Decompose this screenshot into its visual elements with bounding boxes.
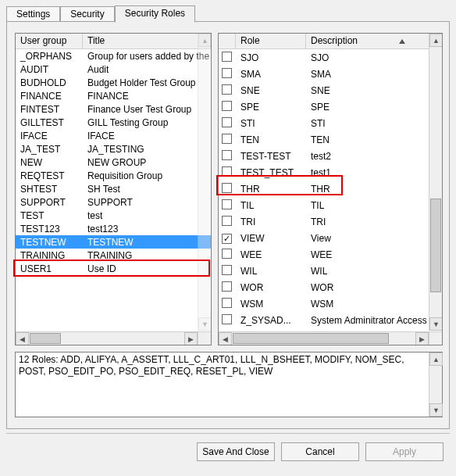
apply-button[interactable]: Apply [365,442,444,461]
cell-checkbox [219,314,236,327]
chevron-left-icon[interactable]: ◀ [16,332,29,345]
table-row[interactable]: WORWOR [219,279,442,295]
table-row[interactable]: IFACEIFACE [16,129,211,142]
table-row[interactable]: _ORPHANSGroup for users added by the sys… [16,49,211,63]
table-row[interactable]: VIEWView [219,230,442,246]
chevron-right-icon[interactable]: ▶ [184,332,198,345]
column-check[interactable] [219,34,236,48]
table-row[interactable]: WILWIL [219,263,442,279]
table-row[interactable]: TILTIL [219,197,442,213]
table-row[interactable]: TEST_TESTtest1 [219,164,442,181]
column-description[interactable]: Description [306,34,442,48]
table-row[interactable]: WSMWSM [219,295,442,312]
table-row[interactable]: WEEWEE [219,246,442,263]
role-checkbox[interactable] [222,298,232,308]
cell-user-group: _ORPHANS [16,51,83,62]
scroll-thumb-h[interactable] [233,333,389,344]
vscroll-right[interactable]: ▲ ▼ [429,34,442,331]
cell-title: FINANCE [83,91,211,102]
role-checkbox[interactable] [222,150,232,160]
roles-list[interactable]: SJOSJOSMASMASNESNESPESPESTISTITENTENTEST… [219,49,442,345]
role-checkbox[interactable] [222,68,232,78]
role-checkbox[interactable] [222,265,232,275]
table-row[interactable]: FINTESTFinance User Test Group [16,102,211,116]
table-row[interactable]: GILLTESTGILL Testing Group [16,116,211,129]
scroll-corner [429,331,442,345]
table-row[interactable]: FINANCEFINANCE [16,89,211,102]
cell-role: THR [236,184,306,195]
table-row[interactable]: SNESNE [219,82,442,98]
column-user-group[interactable]: User group [16,34,83,48]
role-checkbox[interactable] [222,249,232,259]
chevron-up-icon[interactable]: ▲ [429,353,443,366]
table-row[interactable]: Z_SYSAD...System Adminitrator Access [219,312,442,328]
table-row[interactable]: TEST123test123 [16,222,211,235]
role-checkbox[interactable] [222,314,232,324]
role-checkbox[interactable] [222,117,232,127]
table-row[interactable]: TENTEN [219,131,442,148]
table-row[interactable]: NEWNEW GROUP [16,156,211,169]
hscroll-left[interactable]: ◀ ▶ [16,331,198,345]
table-row[interactable]: SPESPE [219,98,442,115]
role-checkbox[interactable] [222,84,232,95]
role-checkbox[interactable] [222,199,232,209]
cell-role: WEE [236,249,306,260]
role-checkbox[interactable] [222,166,232,177]
role-checkbox[interactable] [222,52,232,62]
column-role[interactable]: Role [236,34,306,48]
scroll-thumb-h[interactable] [30,333,61,344]
chevron-up-icon[interactable]: ▲ [429,34,442,47]
role-checkbox[interactable] [222,216,232,226]
table-row[interactable]: STISTI [219,115,442,131]
scroll-thumb-v[interactable] [430,199,441,292]
table-row[interactable]: BUDHOLDBudget Holder Test Group [16,76,211,89]
table-row[interactable]: SUPPORTSUPPORT [16,195,211,209]
tab-settings[interactable]: Settings [6,6,60,22]
vscroll-left[interactable]: ▲ ▼ [198,34,211,331]
role-checkbox[interactable] [222,101,232,111]
roles-header: Role Description [219,34,442,49]
chevron-down-icon[interactable]: ▼ [198,317,211,331]
user-group-list[interactable]: _ORPHANSGroup for users added by the sys… [16,49,211,345]
table-row[interactable]: REQTESTRequisition Group [16,169,211,182]
role-checkbox[interactable] [222,183,232,193]
table-row[interactable]: TRITRI [219,213,442,230]
cell-description: TRI [306,217,442,227]
cancel-button[interactable]: Cancel [281,442,359,461]
save-button[interactable]: Save And Close [197,442,275,461]
table-row[interactable]: SMASMA [219,66,442,82]
chevron-right-icon[interactable]: ▶ [415,332,429,345]
column-title[interactable]: Title [83,34,211,48]
tab-security-roles[interactable]: Security Roles [115,5,195,23]
cell-user-group: SHTEST [16,184,83,195]
cell-title: SUPPORT [83,197,211,208]
table-row[interactable]: USER1Use ID [16,262,211,275]
cell-role: SJO [236,52,306,63]
role-checkbox[interactable] [222,234,232,244]
table-row[interactable]: SJOSJO [219,49,442,66]
table-row[interactable]: TESTNEWTESTNEW [16,235,211,249]
cell-user-group: TRAINING [16,250,83,261]
sort-asc-icon[interactable] [399,39,405,44]
chevron-down-icon[interactable]: ▼ [429,317,442,331]
table-row[interactable]: JA_TESTJA_TESTING [16,142,211,156]
table-row[interactable]: TEST-TESTtest2 [219,148,442,164]
table-row[interactable]: THRTHR [219,181,442,197]
cell-user-group: FINANCE [16,91,83,102]
cell-title: test123 [83,224,211,234]
chevron-down-icon[interactable]: ▼ [429,403,443,417]
cell-checkbox [219,298,236,310]
chevron-up-icon[interactable]: ▲ [198,34,211,47]
role-checkbox[interactable] [222,134,232,144]
vscroll-summary[interactable]: ▲ ▼ [429,353,442,417]
table-row[interactable]: SHTESTSH Test [16,182,211,195]
cell-role: TEN [236,134,306,145]
chevron-left-icon[interactable]: ◀ [219,332,232,345]
table-row[interactable]: TESTtest [16,209,211,222]
cell-description: View [306,233,442,244]
role-checkbox[interactable] [222,281,232,292]
table-row[interactable]: AUDITAudit [16,63,211,76]
table-row[interactable]: TRAININGTRAINING [16,249,211,262]
tab-security[interactable]: Security [60,6,114,22]
hscroll-right[interactable]: ◀ ▶ [219,331,429,345]
